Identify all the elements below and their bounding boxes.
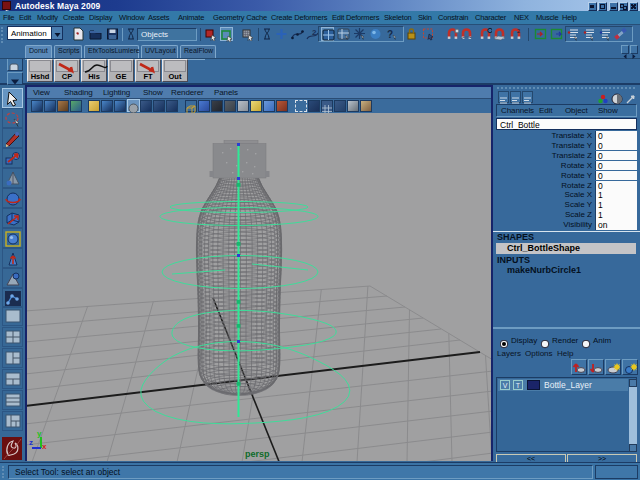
svg-text:2: 2 <box>517 28 521 34</box>
svg-text:?: ? <box>387 29 393 40</box>
